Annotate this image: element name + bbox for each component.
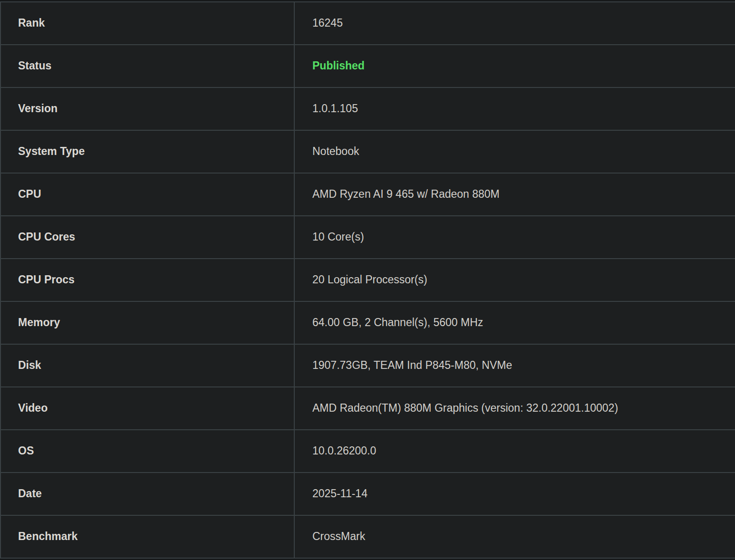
row-label: Benchmark bbox=[1, 516, 295, 558]
row-label: CPU Procs bbox=[1, 259, 295, 301]
status-value: Published bbox=[295, 45, 735, 87]
row-label: Version bbox=[1, 88, 295, 130]
row-value: 10 Core(s) bbox=[295, 216, 735, 258]
row-value: 64.00 GB, 2 Channel(s), 5600 MHz bbox=[295, 302, 735, 344]
table-row: Disk 1907.73GB, TEAM Ind P845-M80, NVMe bbox=[1, 345, 735, 387]
row-value: 2025-11-14 bbox=[295, 473, 735, 515]
row-label: System Type bbox=[1, 131, 295, 173]
row-value: 1907.73GB, TEAM Ind P845-M80, NVMe bbox=[295, 345, 735, 386]
row-label: Date bbox=[1, 473, 295, 515]
row-label: Memory bbox=[1, 302, 295, 344]
row-label: OS bbox=[1, 430, 295, 472]
table-row: CPU Procs 20 Logical Processor(s) bbox=[1, 259, 735, 302]
table-row: Benchmark CrossMark bbox=[1, 516, 735, 559]
table-row: Rank 16245 bbox=[1, 2, 735, 45]
row-value: 1.0.1.105 bbox=[295, 88, 735, 130]
row-value: 10.0.26200.0 bbox=[295, 430, 735, 472]
row-label: Status bbox=[1, 45, 295, 87]
row-label: Disk bbox=[1, 345, 295, 386]
table-row: Memory 64.00 GB, 2 Channel(s), 5600 MHz bbox=[1, 302, 735, 345]
row-label: Rank bbox=[1, 2, 295, 44]
row-value: CrossMark bbox=[295, 516, 735, 558]
row-value: Notebook bbox=[295, 131, 735, 173]
row-label: CPU bbox=[1, 174, 295, 215]
table-row: CPU AMD Ryzen AI 9 465 w/ Radeon 880M bbox=[1, 174, 735, 216]
table-row: Version 1.0.1.105 bbox=[1, 88, 735, 131]
row-value: AMD Ryzen AI 9 465 w/ Radeon 880M bbox=[295, 174, 735, 215]
table-row: OS 10.0.26200.0 bbox=[1, 430, 735, 473]
table-row: System Type Notebook bbox=[1, 131, 735, 174]
row-label: Video bbox=[1, 387, 295, 429]
table-row: Status Published bbox=[1, 45, 735, 88]
table-row: CPU Cores 10 Core(s) bbox=[1, 216, 735, 259]
table-row: Video AMD Radeon(TM) 880M Graphics (vers… bbox=[1, 387, 735, 430]
table-row: Date 2025-11-14 bbox=[1, 473, 735, 516]
row-value: AMD Radeon(TM) 880M Graphics (version: 3… bbox=[295, 387, 735, 429]
benchmark-spec-table: Rank 16245 Status Published Version 1.0.… bbox=[0, 1, 735, 559]
row-value: 20 Logical Processor(s) bbox=[295, 259, 735, 301]
row-value: 16245 bbox=[295, 2, 735, 44]
row-label: CPU Cores bbox=[1, 216, 295, 258]
